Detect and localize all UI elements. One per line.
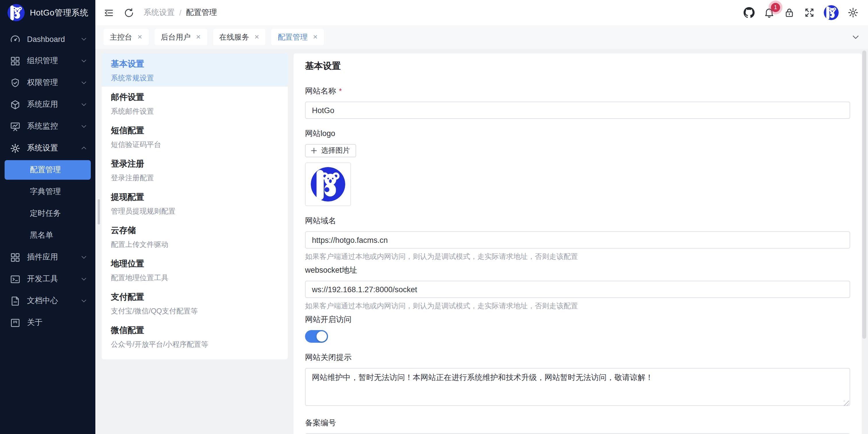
site-logo-preview[interactable] bbox=[305, 163, 351, 206]
sidebar-subitem-scheduled-tasks[interactable]: 定时任务 bbox=[0, 203, 95, 225]
chevron-down-icon bbox=[81, 101, 87, 108]
terminal-icon bbox=[10, 273, 21, 285]
github-icon[interactable] bbox=[743, 7, 755, 19]
monitor-chart-icon bbox=[10, 121, 21, 132]
refresh-icon[interactable] bbox=[124, 7, 134, 18]
site-logo-label: 网站logo bbox=[305, 129, 335, 139]
websocket-input[interactable] bbox=[305, 281, 850, 298]
main-area: 系统设置 / 配置管理 1 bbox=[95, 0, 868, 434]
settings-nav-item-payment[interactable]: 支付配置 支付宝/微信/QQ支付配置等 bbox=[102, 287, 288, 320]
page-scrollbar[interactable] bbox=[862, 51, 866, 339]
site-logo-image bbox=[311, 167, 345, 201]
site-name-input[interactable] bbox=[305, 102, 850, 119]
site-access-label: 网站开启访问 bbox=[305, 314, 351, 325]
resize-grip-icon[interactable] bbox=[844, 401, 849, 406]
tab-config-management[interactable]: 配置管理 ✕ bbox=[272, 29, 324, 45]
app-logo[interactable]: HotGo管理系统 bbox=[0, 0, 95, 25]
form-title: 基本设置 bbox=[305, 60, 850, 72]
required-asterisk: * bbox=[339, 87, 342, 95]
chevron-down-icon bbox=[81, 254, 87, 261]
sidebar-item-system-app[interactable]: 系统应用 bbox=[0, 94, 95, 115]
domain-label: 网站域名 bbox=[305, 216, 336, 226]
settings-panel-scrollbar[interactable] bbox=[98, 199, 100, 225]
cube-icon bbox=[10, 99, 21, 110]
chevron-up-icon bbox=[81, 145, 87, 152]
notification-badge: 1 bbox=[771, 3, 780, 12]
tab-close-icon[interactable]: ✕ bbox=[313, 34, 318, 40]
settings-nav-item-basic[interactable]: 基本设置 系统常规设置 bbox=[102, 54, 288, 87]
site-name-label: 网站名称 bbox=[305, 86, 336, 96]
frame-icon bbox=[10, 317, 21, 328]
sidebar-item-plugin-app[interactable]: 插件应用 bbox=[0, 246, 95, 268]
settings-gear-icon[interactable] bbox=[847, 7, 859, 19]
sidebar-item-system-monitor[interactable]: 系统监控 bbox=[0, 115, 95, 137]
field-domain: 网站域名 如果客户端通过本地或内网访问，则认为是调试模式，走实际请求地址，否则走… bbox=[305, 216, 850, 262]
toggle-knob bbox=[316, 331, 327, 341]
notifications-bell-icon[interactable]: 1 bbox=[764, 7, 775, 19]
sidebar-item-dev-tools[interactable]: 开发工具 bbox=[0, 268, 95, 290]
app-logo-icon bbox=[7, 4, 25, 21]
sidebar: HotGo管理系统 Dashboard 组织管理 权限管理 系统应用 bbox=[0, 0, 95, 434]
field-site-access: 网站开启访问 bbox=[305, 314, 850, 343]
fullscreen-icon[interactable] bbox=[804, 7, 815, 19]
chevron-down-icon bbox=[81, 123, 87, 130]
chevron-down-icon bbox=[81, 58, 87, 64]
shield-check-icon bbox=[10, 77, 21, 88]
sidebar-menu: Dashboard 组织管理 权限管理 系统应用 系统监控 bbox=[0, 28, 95, 434]
breadcrumb: 系统设置 / 配置管理 bbox=[144, 7, 217, 18]
breadcrumb-current: 配置管理 bbox=[186, 7, 217, 18]
site-access-toggle[interactable] bbox=[305, 330, 328, 343]
domain-help-text: 如果客户端通过本地或内网访问，则认为是调试模式，走实际请求地址，否则走该配置 bbox=[305, 252, 850, 262]
field-icp: 备案编号 bbox=[305, 418, 850, 434]
collapse-sidebar-icon[interactable] bbox=[103, 7, 114, 18]
chevron-down-icon bbox=[81, 275, 87, 282]
tab-close-icon[interactable]: ✕ bbox=[137, 34, 143, 40]
settings-nav-item-login[interactable]: 登录注册 登录注册配置 bbox=[102, 153, 288, 187]
field-site-name: 网站名称 * bbox=[305, 86, 850, 119]
lock-icon[interactable] bbox=[783, 7, 795, 19]
sidebar-subitem-blacklist[interactable]: 黑名单 bbox=[0, 225, 95, 246]
tab-admin-users[interactable]: 后台用户 ✕ bbox=[155, 29, 207, 45]
tab-bar: 主控台 ✕ 后台用户 ✕ 在线服务 ✕ 配置管理 ✕ bbox=[95, 25, 868, 49]
grid-icon bbox=[10, 252, 21, 263]
breadcrumb-parent[interactable]: 系统设置 bbox=[144, 7, 175, 18]
field-site-logo: 网站logo 选择图片 bbox=[305, 129, 850, 206]
document-icon bbox=[10, 295, 21, 306]
basic-settings-form-card: 基本设置 网站名称 * 网站logo 选择图片 bbox=[293, 54, 862, 434]
icp-label: 备案编号 bbox=[305, 418, 336, 428]
sidebar-item-organization[interactable]: 组织管理 bbox=[0, 50, 95, 72]
app-window: HotGo管理系统 Dashboard 组织管理 权限管理 系统应用 bbox=[0, 0, 868, 434]
sidebar-item-doc-center[interactable]: 文档中心 bbox=[0, 290, 95, 312]
field-websocket: websocket地址 如果客户端通过本地或内网访问，则认为是调试模式，走实际请… bbox=[305, 265, 850, 311]
tab-online-service[interactable]: 在线服务 ✕ bbox=[213, 29, 266, 45]
websocket-help-text: 如果客户端通过本地或内网访问，则认为是调试模式，走实际请求地址，否则走该配置 bbox=[305, 301, 850, 311]
choose-image-button[interactable]: 选择图片 bbox=[305, 144, 356, 157]
user-avatar[interactable] bbox=[824, 5, 839, 20]
chevron-down-icon bbox=[81, 36, 87, 42]
top-header: 系统设置 / 配置管理 1 bbox=[95, 0, 868, 25]
sidebar-subitem-config-management[interactable]: 配置管理 bbox=[5, 160, 91, 180]
sidebar-item-dashboard[interactable]: Dashboard bbox=[0, 28, 95, 50]
sidebar-item-permission[interactable]: 权限管理 bbox=[0, 72, 95, 94]
tab-dashboard[interactable]: 主控台 ✕ bbox=[103, 29, 149, 45]
settings-nav-item-cloud-storage[interactable]: 云存储 配置上传文件驱动 bbox=[102, 220, 288, 253]
close-tip-textarea[interactable]: 网站维护中，暂时无法访问！本网站正在进行系统维护和技术升级，网站暂时无法访问，敬… bbox=[305, 368, 850, 406]
close-tip-label: 网站关闭提示 bbox=[305, 353, 351, 363]
sidebar-item-about[interactable]: 关于 bbox=[0, 312, 95, 334]
settings-nav-item-geo[interactable]: 地理位置 配置地理位置工具 bbox=[102, 253, 288, 287]
tab-options-chevron-icon[interactable] bbox=[851, 33, 860, 41]
tab-close-icon[interactable]: ✕ bbox=[254, 34, 259, 40]
gear-icon bbox=[10, 143, 21, 154]
settings-nav-item-sms[interactable]: 短信配置 短信验证码平台 bbox=[102, 120, 288, 153]
grid-icon bbox=[10, 56, 21, 66]
settings-nav-item-email[interactable]: 邮件设置 系统邮件设置 bbox=[102, 87, 288, 120]
chevron-down-icon bbox=[81, 79, 87, 86]
sidebar-subitem-dict-management[interactable]: 字典管理 bbox=[0, 181, 95, 203]
sidebar-item-system-settings[interactable]: 系统设置 bbox=[0, 137, 95, 159]
settings-nav-item-wechat[interactable]: 微信配置 公众号/开放平台/小程序配置等 bbox=[102, 320, 288, 353]
settings-nav-item-withdraw[interactable]: 提现配置 管理员提现规则配置 bbox=[102, 187, 288, 220]
tab-close-icon[interactable]: ✕ bbox=[196, 34, 201, 40]
settings-nav-card: 基本设置 系统常规设置 邮件设置 系统邮件设置 短信配置 短信验证码平台 登录注… bbox=[102, 54, 288, 359]
chevron-down-icon bbox=[81, 297, 87, 304]
domain-input[interactable] bbox=[305, 231, 850, 248]
